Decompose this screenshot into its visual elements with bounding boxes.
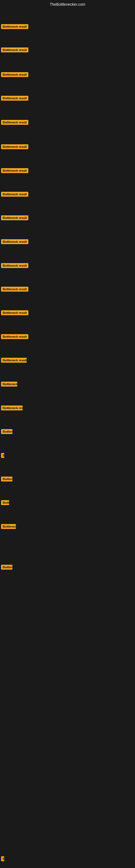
badge-row: Bottleneck result bbox=[1, 334, 28, 340]
bottleneck-badge[interactable]: Bottleneck result bbox=[1, 405, 23, 410]
badge-row: Bottleneck result bbox=[1, 565, 12, 571]
bottleneck-badge[interactable]: Bottleneck result bbox=[1, 215, 28, 220]
badge-row: Bottleneck result bbox=[1, 263, 28, 269]
site-title: TheBottlenecker.com bbox=[0, 0, 135, 9]
bottleneck-badge[interactable]: Bottleneck result bbox=[1, 565, 12, 569]
badge-row: Bottleneck result bbox=[1, 144, 28, 150]
badge-row: Bottleneck result bbox=[1, 358, 27, 364]
bottleneck-badge[interactable]: Bottleneck result bbox=[1, 24, 28, 29]
badge-row: Bottleneck result bbox=[1, 72, 28, 78]
badge-row: Bottleneck result bbox=[1, 429, 12, 435]
bottleneck-badge[interactable]: Bottleneck result bbox=[1, 72, 28, 77]
bottleneck-badge[interactable]: Bottleneck result bbox=[1, 429, 12, 434]
badge-row: Bottleneck result bbox=[1, 453, 4, 459]
badge-row: Bottleneck result bbox=[1, 405, 23, 411]
bottleneck-badge[interactable]: Bottleneck result bbox=[1, 382, 17, 386]
badge-row: Bottleneck result bbox=[1, 382, 17, 388]
bottleneck-badge[interactable]: Bottleneck result bbox=[1, 476, 12, 482]
bottleneck-badge[interactable]: Bottleneck result bbox=[1, 120, 28, 125]
bottleneck-badge[interactable]: Bottleneck result bbox=[1, 358, 27, 363]
bottleneck-badge[interactable]: Bottleneck result bbox=[1, 168, 28, 173]
bottleneck-badge[interactable]: Bottleneck result bbox=[1, 192, 28, 197]
badge-row: Bottleneck result bbox=[1, 856, 4, 862]
bottleneck-badge[interactable]: Bottleneck result bbox=[1, 239, 28, 244]
badge-row: Bottleneck result bbox=[1, 120, 28, 126]
badge-row: Bottleneck result bbox=[1, 24, 28, 30]
bottleneck-badge[interactable]: Bottleneck result bbox=[1, 144, 28, 149]
badge-row: Bottleneck result bbox=[1, 215, 28, 221]
badge-row: Bottleneck result bbox=[1, 310, 28, 316]
badge-row: Bottleneck result bbox=[1, 476, 12, 483]
badge-row: Bottleneck result bbox=[1, 500, 9, 506]
badge-row: Bottleneck result bbox=[1, 192, 28, 198]
bottleneck-badge[interactable]: Bottleneck result bbox=[1, 856, 4, 861]
bottleneck-badge[interactable]: Bottleneck result bbox=[1, 453, 4, 458]
bottleneck-badge[interactable]: Bottleneck result bbox=[1, 263, 28, 268]
bottleneck-badge[interactable]: Bottleneck result bbox=[1, 524, 16, 529]
bottleneck-badge[interactable]: Bottleneck result bbox=[1, 500, 9, 505]
badge-row: Bottleneck result bbox=[1, 287, 28, 293]
bottleneck-badge[interactable]: Bottleneck result bbox=[1, 310, 28, 315]
badge-row: Bottleneck result bbox=[1, 96, 28, 102]
badge-row: Bottleneck result bbox=[1, 524, 16, 530]
badge-row: Bottleneck result bbox=[1, 168, 28, 174]
bottleneck-badge[interactable]: Bottleneck result bbox=[1, 96, 28, 101]
badge-row: Bottleneck result bbox=[1, 239, 28, 245]
bottleneck-badge[interactable]: Bottleneck result bbox=[1, 334, 28, 339]
badge-row: Bottleneck result bbox=[1, 48, 28, 54]
bottleneck-badge[interactable]: Bottleneck result bbox=[1, 48, 28, 52]
badges-container: Bottleneck resultBottleneck resultBottle… bbox=[0, 9, 135, 868]
bottleneck-badge[interactable]: Bottleneck result bbox=[1, 287, 28, 291]
